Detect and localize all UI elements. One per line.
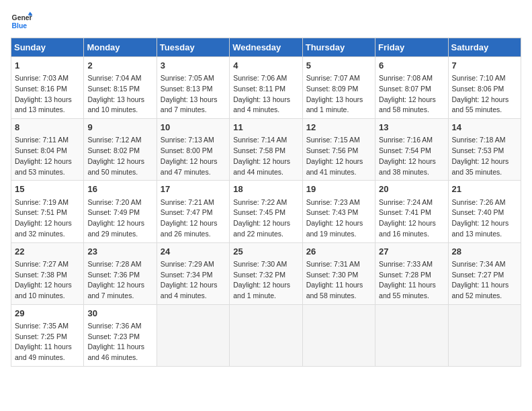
calendar-cell: 5Sunrise: 7:07 AMSunset: 8:09 PMDaylight… (302, 57, 375, 119)
cell-info: Sunrise: 7:16 AMSunset: 7:54 PMDaylight:… (379, 135, 444, 177)
page-header: General Blue (11, 11, 521, 32)
weekday-header-monday: Monday (84, 38, 157, 57)
calendar-cell: 8Sunrise: 7:11 AMSunset: 8:04 PMDaylight… (11, 119, 84, 181)
calendar-cell: 23Sunrise: 7:28 AMSunset: 7:36 PMDayligh… (84, 242, 157, 304)
cell-info: Sunrise: 7:11 AMSunset: 8:04 PMDaylight:… (15, 135, 80, 177)
day-number: 17 (161, 183, 226, 195)
day-number: 20 (379, 183, 444, 195)
day-number: 3 (161, 60, 226, 72)
day-number: 4 (233, 60, 298, 72)
day-number: 14 (452, 122, 517, 134)
day-number: 18 (233, 183, 298, 195)
day-number: 22 (15, 246, 80, 258)
day-number: 26 (306, 246, 371, 258)
cell-info: Sunrise: 7:29 AMSunset: 7:34 PMDaylight:… (161, 259, 226, 302)
calendar-cell: 13Sunrise: 7:16 AMSunset: 7:54 PMDayligh… (375, 119, 448, 181)
day-number: 29 (15, 308, 80, 320)
cell-info: Sunrise: 7:22 AMSunset: 7:45 PMDaylight:… (233, 197, 298, 240)
calendar-cell (448, 304, 521, 366)
logo-icon: General Blue (11, 11, 32, 32)
cell-info: Sunrise: 7:31 AMSunset: 7:30 PMDaylight:… (306, 259, 371, 302)
day-number: 30 (87, 308, 152, 320)
calendar-cell: 17Sunrise: 7:21 AMSunset: 7:47 PMDayligh… (157, 181, 229, 242)
calendar-cell: 24Sunrise: 7:29 AMSunset: 7:34 PMDayligh… (157, 242, 229, 304)
cell-info: Sunrise: 7:33 AMSunset: 7:28 PMDaylight:… (379, 259, 444, 302)
calendar-cell: 6Sunrise: 7:08 AMSunset: 8:07 PMDaylight… (375, 57, 448, 119)
calendar-cell: 30Sunrise: 7:36 AMSunset: 7:23 PMDayligh… (84, 304, 157, 366)
weekday-header-friday: Friday (375, 38, 448, 57)
day-number: 21 (452, 183, 517, 195)
calendar-cell: 29Sunrise: 7:35 AMSunset: 7:25 PMDayligh… (11, 304, 84, 366)
calendar-table: SundayMondayTuesdayWednesdayThursdayFrid… (11, 38, 521, 367)
day-number: 13 (379, 122, 444, 134)
cell-info: Sunrise: 7:28 AMSunset: 7:36 PMDaylight:… (87, 259, 152, 302)
day-number: 9 (87, 122, 152, 134)
logo: General Blue (11, 11, 32, 32)
calendar-cell: 19Sunrise: 7:23 AMSunset: 7:43 PMDayligh… (302, 181, 375, 242)
day-number: 24 (161, 246, 226, 258)
cell-info: Sunrise: 7:30 AMSunset: 7:32 PMDaylight:… (233, 259, 298, 302)
calendar-cell: 11Sunrise: 7:14 AMSunset: 7:58 PMDayligh… (230, 119, 302, 181)
calendar-cell: 28Sunrise: 7:34 AMSunset: 7:27 PMDayligh… (448, 242, 521, 304)
week-row-5: 29Sunrise: 7:35 AMSunset: 7:25 PMDayligh… (11, 304, 521, 366)
calendar-cell: 20Sunrise: 7:24 AMSunset: 7:41 PMDayligh… (375, 181, 448, 242)
day-number: 12 (306, 122, 371, 134)
calendar-cell: 3Sunrise: 7:05 AMSunset: 8:13 PMDaylight… (157, 57, 229, 119)
cell-info: Sunrise: 7:36 AMSunset: 7:23 PMDaylight:… (87, 321, 152, 363)
week-row-4: 22Sunrise: 7:27 AMSunset: 7:38 PMDayligh… (11, 242, 521, 304)
calendar-cell (375, 304, 448, 366)
day-number: 11 (233, 122, 298, 134)
calendar-cell: 26Sunrise: 7:31 AMSunset: 7:30 PMDayligh… (302, 242, 375, 304)
day-number: 8 (15, 122, 80, 134)
day-number: 15 (15, 183, 80, 195)
calendar-cell (157, 304, 229, 366)
cell-info: Sunrise: 7:03 AMSunset: 8:16 PMDaylight:… (15, 73, 80, 116)
day-number: 6 (379, 60, 444, 72)
calendar-cell: 4Sunrise: 7:06 AMSunset: 8:11 PMDaylight… (230, 57, 302, 119)
calendar-cell: 9Sunrise: 7:12 AMSunset: 8:02 PMDaylight… (84, 119, 157, 181)
cell-info: Sunrise: 7:08 AMSunset: 8:07 PMDaylight:… (379, 73, 444, 116)
weekday-header-row: SundayMondayTuesdayWednesdayThursdayFrid… (11, 38, 521, 57)
cell-info: Sunrise: 7:12 AMSunset: 8:02 PMDaylight:… (87, 135, 152, 177)
weekday-header-sunday: Sunday (11, 38, 84, 57)
cell-info: Sunrise: 7:21 AMSunset: 7:47 PMDaylight:… (161, 197, 226, 240)
calendar-cell: 25Sunrise: 7:30 AMSunset: 7:32 PMDayligh… (230, 242, 302, 304)
weekday-header-saturday: Saturday (448, 38, 521, 57)
calendar-cell: 10Sunrise: 7:13 AMSunset: 8:00 PMDayligh… (157, 119, 229, 181)
cell-info: Sunrise: 7:07 AMSunset: 8:09 PMDaylight:… (306, 73, 371, 116)
day-number: 28 (452, 246, 517, 258)
day-number: 23 (87, 246, 152, 258)
day-number: 25 (233, 246, 298, 258)
cell-info: Sunrise: 7:35 AMSunset: 7:25 PMDaylight:… (15, 321, 80, 363)
week-row-3: 15Sunrise: 7:19 AMSunset: 7:51 PMDayligh… (11, 181, 521, 242)
day-number: 2 (87, 60, 152, 72)
cell-info: Sunrise: 7:05 AMSunset: 8:13 PMDaylight:… (161, 73, 226, 116)
weekday-header-tuesday: Tuesday (157, 38, 229, 57)
calendar-cell: 18Sunrise: 7:22 AMSunset: 7:45 PMDayligh… (230, 181, 302, 242)
day-number: 5 (306, 60, 371, 72)
svg-text:General: General (12, 14, 32, 21)
cell-info: Sunrise: 7:19 AMSunset: 7:51 PMDaylight:… (15, 197, 80, 240)
cell-info: Sunrise: 7:27 AMSunset: 7:38 PMDaylight:… (15, 259, 80, 302)
cell-info: Sunrise: 7:15 AMSunset: 7:56 PMDaylight:… (306, 135, 371, 177)
week-row-1: 1Sunrise: 7:03 AMSunset: 8:16 PMDaylight… (11, 57, 521, 119)
calendar-cell: 22Sunrise: 7:27 AMSunset: 7:38 PMDayligh… (11, 242, 84, 304)
cell-info: Sunrise: 7:34 AMSunset: 7:27 PMDaylight:… (452, 259, 517, 302)
calendar-cell (302, 304, 375, 366)
calendar-cell: 12Sunrise: 7:15 AMSunset: 7:56 PMDayligh… (302, 119, 375, 181)
cell-info: Sunrise: 7:04 AMSunset: 8:15 PMDaylight:… (87, 73, 152, 116)
cell-info: Sunrise: 7:23 AMSunset: 7:43 PMDaylight:… (306, 197, 371, 240)
cell-info: Sunrise: 7:13 AMSunset: 8:00 PMDaylight:… (161, 135, 226, 177)
cell-info: Sunrise: 7:14 AMSunset: 7:58 PMDaylight:… (233, 135, 298, 177)
calendar-cell (230, 304, 302, 366)
day-number: 27 (379, 246, 444, 258)
day-number: 19 (306, 183, 371, 195)
calendar-cell: 16Sunrise: 7:20 AMSunset: 7:49 PMDayligh… (84, 181, 157, 242)
cell-info: Sunrise: 7:26 AMSunset: 7:40 PMDaylight:… (452, 197, 517, 240)
calendar-cell: 1Sunrise: 7:03 AMSunset: 8:16 PMDaylight… (11, 57, 84, 119)
day-number: 10 (161, 122, 226, 134)
cell-info: Sunrise: 7:20 AMSunset: 7:49 PMDaylight:… (87, 197, 152, 240)
calendar-cell: 7Sunrise: 7:10 AMSunset: 8:06 PMDaylight… (448, 57, 521, 119)
day-number: 16 (87, 183, 152, 195)
calendar-cell: 2Sunrise: 7:04 AMSunset: 8:15 PMDaylight… (84, 57, 157, 119)
